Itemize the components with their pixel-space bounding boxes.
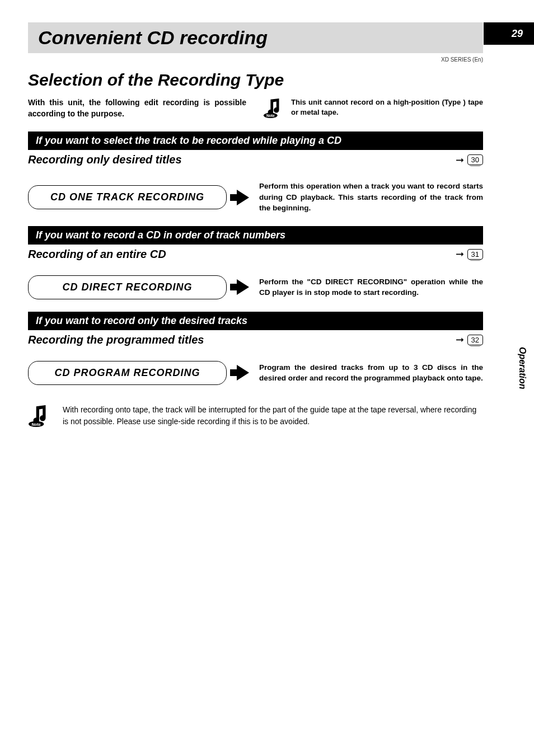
page-ref-box: 31 [467,249,483,260]
page-ref-box: 30 [467,154,483,165]
intro-note-block: Note This unit cannot record on a high-p… [263,97,483,119]
section-subheading: Recording the programmed titles [28,334,204,346]
tape-note-text: With recording onto tape, the track will… [63,404,483,428]
arrow-right-icon [237,279,249,295]
method-row: CD PROGRAM RECORDING Program the desired… [28,361,483,385]
svg-text:Note: Note [32,422,41,427]
page-ref-box: 32 [467,335,483,345]
section-sub-row: Recording of an entire CD ➞ 31 [28,248,483,261]
arrow-right-icon [237,190,249,205]
section-subheading: Recording only desired titles [28,153,182,166]
h1-container: Convenient CD recording [28,22,483,53]
note-icon: Note [28,404,51,428]
page-reference: ➞ 32 [456,334,483,346]
method-capsule: CD DIRECT RECORDING [28,275,227,299]
page-title: Convenient CD recording [38,27,473,49]
method-capsule: CD PROGRAM RECORDING [28,361,227,385]
page-reference: ➞ 31 [456,248,483,260]
arrow-right-icon: ➞ [456,248,464,260]
section-bar: If you want to select the track to be re… [28,132,483,150]
method-capsule: CD ONE TRACK RECORDING [28,185,227,209]
intro-row: With this unit, the following edit recor… [28,97,483,119]
side-tab-label: Operation [517,347,527,389]
intro-text: With this unit, the following edit recor… [28,97,246,119]
arrow-right-icon: ➞ [456,154,464,166]
section-sub-row: Recording the programmed titles ➞ 32 [28,334,483,346]
method-description: Program the desired tracks from up to 3 … [259,362,483,384]
method-row: CD DIRECT RECORDING Perform the "CD DIRE… [28,275,483,299]
tape-note-block: Note With recording onto tape, the track… [28,404,483,428]
page-content: Convenient CD recording XD SERIES (En) S… [0,0,534,450]
section-subheading: Recording of an entire CD [28,248,166,261]
note-icon: Note [263,97,284,119]
svg-text:Note: Note [266,114,275,118]
method-description: Perform this operation when a track you … [259,181,483,214]
section-bar: If you want to record a CD in order of t… [28,226,483,245]
method-description: Perform the "CD DIRECT RECORDING" operat… [259,276,483,298]
intro-note-text: This unit cannot record on a high-positi… [291,97,483,118]
series-label: XD SERIES (En) [28,57,483,63]
arrow-right-icon: ➞ [456,334,464,346]
arrow-right-icon [237,365,249,381]
section-title: Selection of the Recording Type [28,71,506,90]
section-bar: If you want to record only the desired t… [28,312,483,330]
method-row: CD ONE TRACK RECORDING Perform this oper… [28,181,483,214]
page-reference: ➞ 30 [456,154,483,166]
section-sub-row: Recording only desired titles ➞ 30 [28,153,483,166]
